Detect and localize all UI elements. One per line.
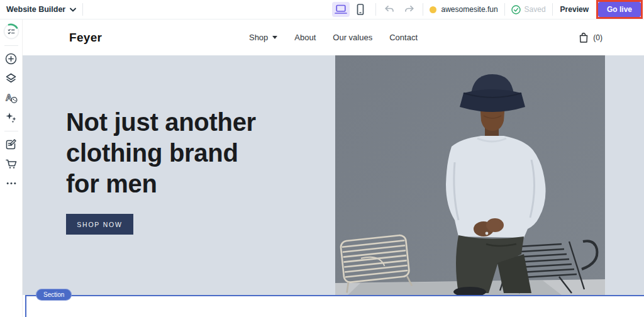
- sidebar-item-ai[interactable]: [3, 108, 20, 126]
- section-selection-outline: [25, 295, 644, 317]
- golive-annotation-box: Go live: [596, 0, 643, 19]
- topbar-divider: [423, 3, 423, 16]
- sidebar-item-more[interactable]: [3, 174, 20, 192]
- more-dots-icon: [6, 182, 16, 185]
- app-title-label: Website Builder: [6, 5, 65, 14]
- desktop-icon: [335, 4, 347, 14]
- shopping-bag-icon: [579, 32, 589, 43]
- sidebar-item-store[interactable]: [3, 155, 20, 172]
- app-title-menu[interactable]: Website Builder: [6, 5, 76, 14]
- nav-item-shop[interactable]: Shop: [249, 33, 277, 42]
- editor-topbar: Website Builder awesomesite.fun: [0, 0, 644, 19]
- site-status-dot: [430, 6, 436, 13]
- site-nav: Shop About Our values Contact: [23, 19, 644, 55]
- site-design-icon: A: [5, 92, 18, 104]
- hero-section[interactable]: Not just another clothing brand for men …: [23, 55, 644, 295]
- sidebar-item-checklist[interactable]: [3, 23, 20, 40]
- cart-button[interactable]: (0): [579, 32, 602, 43]
- mobile-view-button[interactable]: [352, 2, 369, 17]
- redo-icon: [404, 5, 414, 14]
- ai-sparkles-icon: [5, 111, 17, 123]
- desktop-view-button[interactable]: [332, 2, 350, 17]
- editor-frame: A: [0, 19, 644, 317]
- site-domain-label: awesomesite.fun: [441, 5, 498, 14]
- nav-shop-label: Shop: [249, 33, 268, 42]
- undo-icon: [384, 5, 394, 14]
- nav-item-about[interactable]: About: [294, 33, 316, 42]
- topbar-divider: [82, 3, 83, 16]
- cart-icon: [5, 158, 18, 170]
- site-checklist-icon: [3, 23, 19, 40]
- sidebar-item-add[interactable]: [3, 50, 20, 67]
- site-domain[interactable]: awesomesite.fun: [430, 5, 498, 14]
- svg-text:A: A: [6, 92, 12, 103]
- topbar-divider: [552, 3, 553, 16]
- selected-section[interactable]: Section: [23, 295, 644, 317]
- mobile-icon: [356, 4, 365, 15]
- topbar-divider: [375, 3, 376, 16]
- nav-shop-caret-icon: [272, 36, 277, 39]
- chevron-down-icon: [70, 8, 76, 12]
- nav-item-our-values[interactable]: Our values: [333, 33, 372, 42]
- sidebar-item-design[interactable]: A: [3, 89, 20, 106]
- sidebar-item-layers[interactable]: [3, 69, 20, 87]
- redo-button[interactable]: [402, 3, 416, 16]
- hero-headline[interactable]: Not just another clothing brand for men: [66, 107, 256, 199]
- save-status: Saved: [511, 5, 546, 14]
- site-canvas: Feyer Shop About Our values Contact (0): [23, 19, 644, 317]
- blog-edit-icon: [5, 138, 17, 150]
- sidebar-item-blog[interactable]: [3, 135, 20, 153]
- preview-button[interactable]: Preview: [560, 5, 589, 14]
- shop-now-button[interactable]: SHOP NOW: [66, 214, 133, 235]
- cart-count: (0): [593, 33, 602, 42]
- saved-label: Saved: [525, 5, 546, 14]
- sidebar-divider: [4, 131, 18, 131]
- add-circle-icon: [5, 53, 17, 65]
- hero-photo-man-bucket-hat: [335, 55, 605, 295]
- topbar-divider: [504, 3, 505, 16]
- tools-sidebar: A: [0, 19, 23, 317]
- section-badge[interactable]: Section: [36, 289, 72, 301]
- undo-button[interactable]: [382, 3, 396, 16]
- layers-icon: [5, 72, 17, 84]
- saved-check-icon: [511, 5, 521, 14]
- sidebar-divider: [4, 45, 18, 46]
- go-live-button[interactable]: Go live: [598, 2, 641, 17]
- nav-item-contact[interactable]: Contact: [389, 33, 418, 42]
- site-header[interactable]: Feyer Shop About Our values Contact (0): [23, 19, 644, 55]
